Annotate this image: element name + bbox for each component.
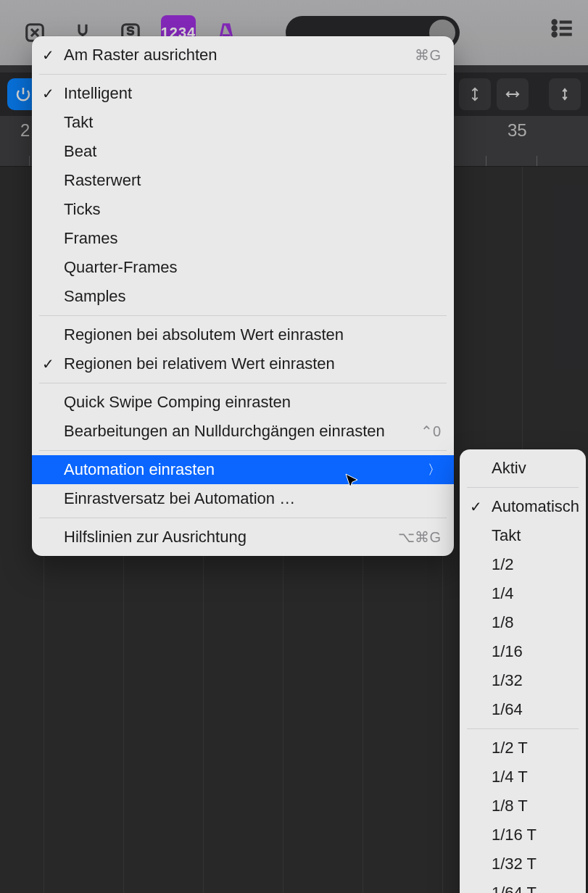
menu-item-quarter-frames[interactable]: Quarter-Frames <box>32 253 454 282</box>
menu-item-region-absolute[interactable]: Regionen bei absolutem Wert einrasten <box>32 320 454 349</box>
automation-snap-submenu: Aktiv ✓ Automatisch Takt 1/2 1/4 1/8 1/1… <box>460 449 586 893</box>
menu-item-label: 1/64 T <box>492 884 537 893</box>
submenu-item-1-8[interactable]: 1/8 <box>460 608 586 637</box>
menu-item-label: Quarter-Frames <box>64 258 177 277</box>
menu-item-label: Quick Swipe Comping einrasten <box>64 393 291 412</box>
menu-item-label: Regionen bei absolutem Wert einrasten <box>64 325 344 344</box>
menu-item-label: Am Raster ausrichten <box>64 46 218 65</box>
menu-item-label: Automatisch <box>492 497 579 516</box>
menu-item-automation-snap[interactable]: Automation einrasten 〉 <box>32 455 454 484</box>
check-icon: ✓ <box>42 85 54 102</box>
menu-item-intelligent[interactable]: ✓ Intelligent <box>32 79 454 108</box>
submenu-item-1-4-t[interactable]: 1/4 T <box>460 763 586 792</box>
menu-item-label: Hilfslinien zur Ausrichtung <box>64 528 247 547</box>
menu-separator <box>467 728 579 729</box>
menu-item-label: 1/4 <box>492 584 514 603</box>
menu-separator <box>39 383 447 383</box>
menu-item-beat[interactable]: Beat <box>32 137 454 166</box>
menu-item-alignment-guides[interactable]: Hilfslinien zur Ausrichtung ⌥⌘G <box>32 523 454 552</box>
menu-separator <box>467 487 579 488</box>
menu-item-label: Aktiv <box>492 459 526 478</box>
submenu-item-1-64-t[interactable]: 1/64 T <box>460 879 586 893</box>
menu-item-zero-crossings[interactable]: Bearbeitungen an Nulldurchgängen einrast… <box>32 417 454 446</box>
submenu-item-1-32[interactable]: 1/32 <box>460 666 586 695</box>
menu-separator <box>39 518 447 518</box>
menu-item-shortcut: ⌃0 <box>421 423 441 440</box>
menu-item-label: 1/32 <box>492 671 523 690</box>
submenu-item-1-4[interactable]: 1/4 <box>460 579 586 608</box>
menu-item-label: Regionen bei relativem Wert einrasten <box>64 354 335 373</box>
snap-menu: ✓ Am Raster ausrichten ⌘G ✓ Intelligent … <box>32 36 454 556</box>
submenu-item-1-8-t[interactable]: 1/8 T <box>460 792 586 821</box>
menu-item-region-relative[interactable]: ✓ Regionen bei relativem Wert einrasten <box>32 349 454 378</box>
menu-item-quick-swipe[interactable]: Quick Swipe Comping einrasten <box>32 388 454 417</box>
menu-separator <box>39 74 447 75</box>
menu-item-ticks[interactable]: Ticks <box>32 195 454 224</box>
submenu-item-1-64[interactable]: 1/64 <box>460 695 586 724</box>
menu-item-label: Takt <box>64 113 93 132</box>
menu-item-automation-offset[interactable]: Einrastversatz bei Automation … <box>32 484 454 513</box>
menu-item-label: Samples <box>64 287 126 306</box>
menu-item-shortcut: ⌘G <box>415 46 441 64</box>
menu-item-frames[interactable]: Frames <box>32 224 454 253</box>
menu-item-rasterwert[interactable]: Rasterwert <box>32 166 454 195</box>
menu-item-label: 1/2 <box>492 555 514 574</box>
check-icon: ✓ <box>470 498 482 515</box>
submenu-item-active[interactable]: Aktiv <box>460 454 586 483</box>
menu-item-label: 1/2 T <box>492 739 528 757</box>
submenu-item-1-2[interactable]: 1/2 <box>460 550 586 579</box>
menu-item-label: 1/32 T <box>492 855 537 873</box>
menu-item-takt[interactable]: Takt <box>32 108 454 137</box>
submenu-item-1-2-t[interactable]: 1/2 T <box>460 734 586 763</box>
menu-item-label: Rasterwert <box>64 171 141 190</box>
menu-item-label: Frames <box>64 229 118 248</box>
menu-item-samples[interactable]: Samples <box>32 282 454 311</box>
menu-item-label: Bearbeitungen an Nulldurchgängen einrast… <box>64 422 385 441</box>
check-icon: ✓ <box>42 46 54 64</box>
menu-item-label: Einrastversatz bei Automation … <box>64 489 295 508</box>
menu-item-label: 1/4 T <box>492 768 528 786</box>
menu-item-label: 1/16 <box>492 642 523 661</box>
menu-separator <box>39 450 447 451</box>
menu-item-snap-to-grid[interactable]: ✓ Am Raster ausrichten ⌘G <box>32 41 454 70</box>
cursor-icon <box>344 473 361 490</box>
chevron-right-icon: 〉 <box>428 461 441 478</box>
menu-item-label: Automation einrasten <box>64 460 215 479</box>
menu-item-label: Takt <box>492 526 521 545</box>
menu-item-shortcut: ⌥⌘G <box>398 528 441 546</box>
submenu-item-1-16[interactable]: 1/16 <box>460 637 586 666</box>
menu-item-label: Ticks <box>64 200 101 219</box>
submenu-item-automatic[interactable]: ✓ Automatisch <box>460 492 586 521</box>
menu-item-label: 1/64 <box>492 700 523 719</box>
submenu-item-1-16-t[interactable]: 1/16 T <box>460 821 586 850</box>
menu-item-label: 1/8 T <box>492 797 528 815</box>
submenu-item-1-32-t[interactable]: 1/32 T <box>460 850 586 879</box>
menu-item-label: Beat <box>64 142 96 161</box>
menu-separator <box>39 315 447 316</box>
submenu-item-takt[interactable]: Takt <box>460 521 586 550</box>
check-icon: ✓ <box>42 355 54 373</box>
menu-item-label: Intelligent <box>64 84 132 103</box>
menu-item-label: 1/16 T <box>492 826 537 844</box>
menu-item-label: 1/8 <box>492 613 514 632</box>
